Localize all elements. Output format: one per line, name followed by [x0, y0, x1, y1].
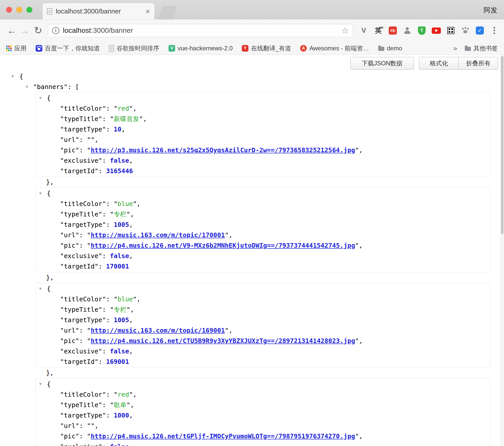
bookmark-item-awesomes[interactable]: AAwesomes - 前端资…: [300, 44, 369, 52]
window-zoom-button[interactable]: [26, 7, 32, 13]
bookmark-item-youdao[interactable]: Y在线翻译_有道: [242, 44, 291, 52]
tab-close-icon[interactable]: ×: [145, 8, 150, 15]
json-punct: :: [79, 242, 87, 249]
json-key: "pic": [60, 433, 79, 440]
browser-menu-button[interactable]: [490, 26, 499, 35]
json-url-link[interactable]: http://p4.music.126.net/CTU5B9R9y3XyYBZX…: [91, 337, 355, 345]
json-punct: ,: [129, 221, 133, 228]
format-button[interactable]: 格式化: [419, 57, 459, 70]
url-path: :3000/banner: [91, 26, 133, 34]
json-url-link[interactable]: http://p4.music.126.net/V9-MXz6b2MNhEKju…: [91, 242, 355, 249]
reload-icon[interactable]: ↻: [32, 25, 45, 36]
json-url-link[interactable]: http://p4.music.126.net/tGPljf-IMOCyPvum…: [91, 433, 355, 440]
json-punct: :: [79, 146, 87, 154]
json-line: "targetType": 10,: [36, 124, 490, 135]
scrollbar-thumb[interactable]: [501, 56, 503, 234]
extension-icon-paw[interactable]: [461, 26, 470, 35]
scrollbar[interactable]: [500, 55, 504, 446]
back-icon[interactable]: ←: [5, 25, 18, 36]
collapse-toggle-icon[interactable]: ▼: [39, 379, 41, 389]
extension-icon-user[interactable]: [403, 26, 412, 35]
json-punct: :: [79, 422, 87, 429]
bookmark-item-vue-hackernews[interactable]: Vvue-hackernews-2.0: [169, 45, 233, 52]
new-tab-button[interactable]: [158, 6, 177, 20]
json-punct: :: [102, 252, 110, 260]
extension-icon-fehelper[interactable]: FE: [388, 26, 397, 35]
json-punct: ": [114, 295, 118, 303]
extension-icon-shield-blue[interactable]: ✓: [475, 26, 484, 35]
collapse-toggle-icon[interactable]: ▼: [39, 284, 41, 294]
json-punct: ,: [133, 105, 137, 112]
bookmark-item-apps[interactable]: 应用: [6, 44, 26, 52]
json-brace: {: [47, 285, 51, 292]
json-number-value: 1005: [114, 221, 129, 228]
json-punct: ": [87, 433, 91, 440]
bookmark-label: 百度一下，你就知道: [45, 44, 100, 52]
json-punct: ": [133, 200, 137, 207]
json-line: "targetType": 1005,: [36, 219, 490, 230]
bookmarks-overflow-icon[interactable]: »: [453, 44, 457, 52]
json-punct: ": [87, 337, 91, 345]
fe-badge: FE: [389, 26, 397, 35]
json-punct: ": [87, 422, 91, 429]
json-punct: ": [87, 231, 91, 239]
address-bar[interactable]: i localhost:3000/banner ☆: [48, 24, 353, 37]
extension-icon-translate[interactable]: 英en: [374, 26, 383, 35]
window-close-button[interactable]: [6, 7, 12, 13]
json-punct: ": [110, 115, 114, 123]
collapse-toggle-icon[interactable]: ▼: [39, 188, 41, 199]
download-json-button[interactable]: 下载JSON数据: [350, 57, 414, 70]
blue-shield-check-icon: ✓: [476, 26, 484, 35]
bookmark-item-baidu[interactable]: 百度一下，你就知道: [36, 44, 100, 52]
json-brace: },: [46, 369, 54, 377]
collapse-toggle-icon[interactable]: ▼: [26, 82, 28, 92]
json-key: "exclusive": [60, 443, 102, 446]
json-string-value: red: [118, 105, 129, 112]
json-punct: ,: [129, 316, 133, 324]
collapse-toggle-icon[interactable]: ▼: [39, 93, 41, 103]
json-brace: },: [46, 274, 54, 281]
json-punct: ,: [129, 157, 133, 164]
extension-icon-shield-green[interactable]: T: [417, 26, 426, 35]
json-punct: :: [79, 337, 87, 345]
bookmark-star-icon[interactable]: ☆: [341, 26, 349, 35]
json-string-value: 歌单: [114, 401, 127, 409]
bookmark-item-demo[interactable]: demo: [378, 45, 402, 52]
json-punct: ": [127, 211, 130, 218]
json-url-link[interactable]: http://p3.music.126.net/s25q2x5QyqsAzilC…: [91, 146, 355, 154]
json-punct: ,: [129, 412, 133, 419]
json-punct: ": [225, 231, 229, 239]
json-line: "pic": "http://p4.music.126.net/V9-MXz6b…: [36, 240, 490, 251]
json-punct: ": [110, 306, 114, 313]
json-punct: ,: [359, 146, 363, 154]
format-button-group: 格式化 折叠所有: [419, 57, 498, 70]
forward-icon[interactable]: →: [18, 25, 32, 36]
json-punct: ": [87, 136, 91, 143]
profile-name[interactable]: 阿发: [484, 6, 497, 15]
extension-icon-qrcode[interactable]: [446, 26, 455, 35]
collapse-toggle-icon[interactable]: ▼: [11, 71, 14, 82]
json-url-link[interactable]: http://music.163.com/m/topic/169001: [91, 327, 225, 334]
window-minimize-button[interactable]: [16, 7, 22, 13]
bookmark-item-google-sort[interactable]: 谷歌按时间排序: [109, 44, 159, 52]
other-bookmarks-button[interactable]: 其他书签: [465, 44, 498, 52]
extension-icon-youtube[interactable]: [432, 26, 441, 35]
extension-icon-v[interactable]: V: [359, 26, 368, 35]
json-punct: ": [355, 146, 359, 154]
json-punct: ,: [137, 295, 141, 303]
json-brace: {: [47, 380, 51, 388]
json-line: "typeTitle": "新碟首发",: [36, 114, 490, 124]
baidu-paw-icon: [36, 45, 42, 52]
bookmarks-bar: 应用 百度一下，你就知道 谷歌按时间排序 Vvue-hackernews-2.0…: [0, 42, 504, 55]
json-punct: :: [79, 327, 87, 334]
json-url-link[interactable]: http://music.163.com/m/topic/170001: [91, 231, 225, 239]
browser-tab[interactable]: localhost:3000/banner ×: [43, 3, 155, 20]
json-punct: :: [106, 316, 114, 324]
youdao-icon: Y: [242, 45, 248, 52]
json-punct: ": [355, 433, 359, 440]
json-punct: ,: [359, 242, 363, 249]
collapse-all-button[interactable]: 折叠所有: [458, 57, 498, 70]
json-key: "titleColor": [60, 295, 106, 303]
json-brace: {: [47, 94, 51, 102]
page-info-icon[interactable]: i: [52, 27, 59, 34]
